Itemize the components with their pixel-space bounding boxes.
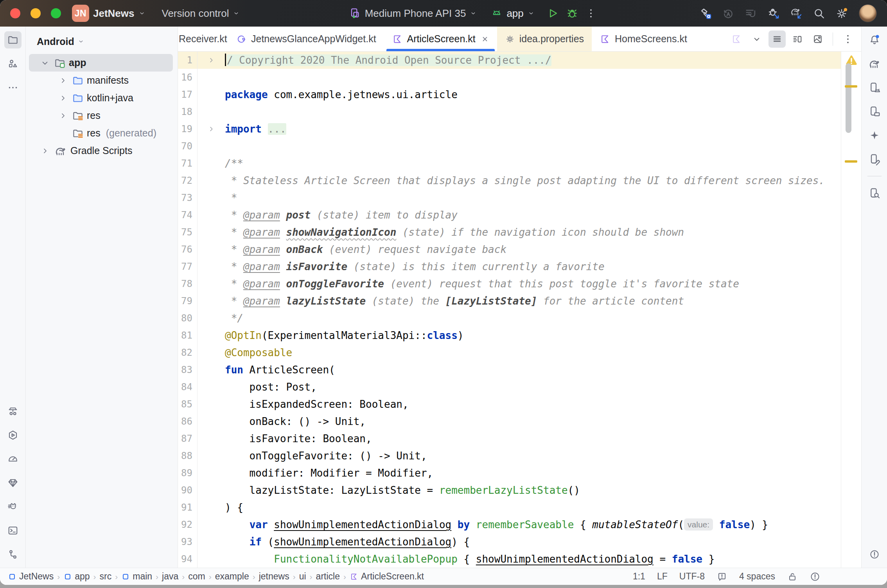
- run-configuration-selector[interactable]: app: [485, 3, 540, 23]
- running-devices-icon[interactable]: [866, 103, 883, 120]
- code-editor[interactable]: 1/ Copyright 2020 The Android Open Sourc…: [178, 52, 861, 568]
- breadcrumb-jetnews[interactable]: JetNews: [8, 571, 54, 582]
- build-icon[interactable]: [697, 5, 714, 22]
- hidden-tab-kotlin-icon[interactable]: [728, 30, 745, 48]
- chevron-right-icon[interactable]: [39, 146, 51, 156]
- services-icon[interactable]: [4, 427, 22, 444]
- tree-item-res-generated[interactable]: res(generated): [29, 124, 173, 142]
- attach-debugger-icon[interactable]: [765, 5, 782, 22]
- chevron-right-icon[interactable]: [57, 111, 69, 120]
- tab-jetnews-glance-app-widget[interactable]: JetnewsGlanceAppWidget.kt: [228, 27, 384, 51]
- user-avatar[interactable]: [859, 4, 877, 22]
- device-explorer-icon[interactable]: [866, 185, 883, 202]
- line-number: 77: [178, 258, 198, 275]
- file-writable-icon[interactable]: [787, 571, 798, 582]
- problems-icon[interactable]: [866, 546, 883, 563]
- maximize-window-button[interactable]: [51, 8, 61, 18]
- device-selector[interactable]: Medium Phone API 35: [343, 3, 483, 23]
- breadcrumb-java[interactable]: java: [162, 571, 178, 582]
- tree-item-kotlin-java[interactable]: kotlin+java: [29, 89, 173, 107]
- device-mirroring-icon[interactable]: [866, 151, 883, 168]
- tree-item-manifests[interactable]: manifests: [29, 72, 173, 89]
- project-view-mode-selector[interactable]: Android: [26, 32, 178, 51]
- close-window-button[interactable]: [10, 8, 20, 18]
- code-line: 93 if (showUnimplementedActionDialog) {: [178, 533, 861, 550]
- tab-home-screens[interactable]: HomeScreens.kt: [592, 27, 695, 51]
- fold-arrow-icon[interactable]: [198, 56, 225, 65]
- editor-scrollbar-stripe[interactable]: [841, 52, 861, 568]
- tree-item-gradle-scripts[interactable]: Gradle Scripts: [29, 142, 173, 160]
- breadcrumb-article[interactable]: article: [316, 571, 340, 582]
- minimize-window-button[interactable]: [31, 8, 41, 18]
- fold-arrow-icon[interactable]: [198, 125, 225, 133]
- run-options-kebab-icon[interactable]: [585, 7, 597, 19]
- code-text: */: [225, 310, 243, 327]
- app-quality-insights-icon[interactable]: [4, 474, 22, 491]
- line-separator[interactable]: LF: [657, 571, 668, 582]
- gradle-sync-icon[interactable]: [788, 5, 805, 22]
- breadcrumb-src[interactable]: src: [100, 571, 112, 582]
- project-widget[interactable]: JN JetNews: [66, 3, 151, 23]
- profiler-icon[interactable]: [4, 450, 22, 468]
- run-button[interactable]: [544, 5, 561, 22]
- rerun-applied-changes-icon[interactable]: [720, 5, 737, 22]
- chevron-right-icon[interactable]: [57, 76, 69, 85]
- highlight-level-icon[interactable]: [716, 571, 727, 582]
- gradle-panel-icon[interactable]: [866, 55, 883, 72]
- logcat-icon[interactable]: [4, 498, 22, 515]
- left-tool-strip: [0, 27, 26, 568]
- breadcrumb-com[interactable]: com: [188, 571, 205, 582]
- tab-receiver[interactable]: Receiver.kt: [178, 27, 228, 51]
- file-encoding[interactable]: UTF-8: [679, 571, 705, 582]
- more-tool-windows-icon[interactable]: [4, 79, 22, 96]
- warning-stripe-mark[interactable]: [845, 85, 857, 88]
- breadcrumb-app[interactable]: app: [63, 571, 90, 582]
- chevron-down-icon[interactable]: [39, 58, 51, 68]
- search-icon[interactable]: [810, 5, 828, 22]
- tab-article-screen[interactable]: ArticleScreen.kt: [384, 27, 497, 51]
- settings-icon[interactable]: [833, 5, 850, 22]
- rerun-applied-changes-icon: [722, 7, 735, 20]
- caret-position[interactable]: 1:1: [633, 571, 645, 582]
- editor-options-kebab-icon[interactable]: [839, 30, 856, 48]
- hidden-tabs-chevron-icon[interactable]: [748, 30, 765, 48]
- run-options-kebab-icon[interactable]: [582, 5, 600, 22]
- breadcrumb-example[interactable]: example: [215, 571, 249, 582]
- resource-manager-icon[interactable]: [4, 55, 22, 72]
- device-manager-icon[interactable]: [4, 403, 22, 420]
- debug-button[interactable]: [566, 7, 579, 20]
- tree-item-suffix: (generated): [106, 127, 156, 139]
- indent-setting[interactable]: 4 spaces: [739, 571, 775, 582]
- scrollbar-thumb[interactable]: [846, 63, 851, 133]
- device-manager-panel-icon[interactable]: [866, 79, 883, 96]
- project-tool-icon[interactable]: [4, 31, 22, 48]
- code-line: 94 FunctionalityNotAvailablePopup { show…: [178, 550, 861, 568]
- warning-stripe-mark[interactable]: [845, 160, 857, 163]
- version-control-icon[interactable]: [4, 546, 22, 563]
- breadcrumb-main[interactable]: main: [121, 571, 152, 582]
- close-tab-icon[interactable]: [481, 35, 489, 43]
- apply-code-changes-icon[interactable]: [742, 5, 760, 22]
- folderRes-icon: [72, 127, 84, 139]
- breadcrumb-article-screen[interactable]: ArticleScreen.kt: [350, 571, 424, 582]
- editor-view-structure-icon[interactable]: [789, 30, 806, 48]
- run-button[interactable]: [546, 7, 559, 20]
- breadcrumb-jetnews-pkg[interactable]: jetnews: [259, 571, 289, 582]
- editor-view-list-icon[interactable]: [768, 30, 786, 48]
- breadcrumb-label: article: [316, 571, 340, 582]
- resource-manager-icon: [7, 58, 19, 70]
- debug-button[interactable]: [564, 5, 581, 22]
- notifications-icon[interactable]: [866, 31, 883, 48]
- tab-idea-properties[interactable]: idea.properties: [497, 27, 592, 51]
- breadcrumb-ui[interactable]: ui: [299, 571, 306, 582]
- tree-item-app[interactable]: app: [29, 54, 173, 72]
- chevron-right-icon[interactable]: [57, 93, 69, 103]
- editor-view-preview-icon[interactable]: [809, 30, 826, 48]
- code-text: * Stateless Article Screen that displays…: [225, 172, 825, 189]
- inspections-status-icon[interactable]: [810, 571, 821, 582]
- code-line: 91) {: [178, 499, 861, 516]
- terminal-icon[interactable]: [4, 522, 22, 539]
- vcs-widget[interactable]: Version control: [156, 3, 246, 23]
- gemini-icon[interactable]: [866, 127, 883, 144]
- tree-item-res[interactable]: res: [29, 107, 173, 124]
